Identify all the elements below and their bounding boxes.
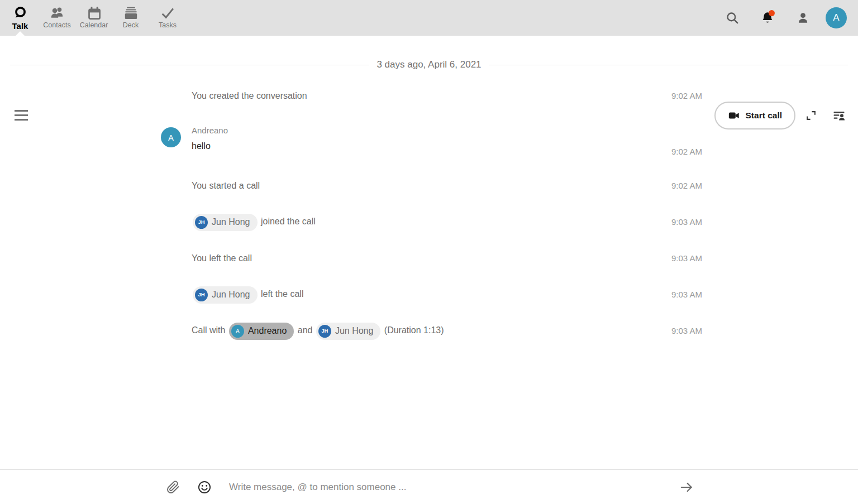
message-timestamp: 9:02 AM [671,181,702,190]
system-message-text: Call with AAndreano and JHJun Hong (Dura… [192,321,444,339]
app-menu: Talk Contacts Cale [0,0,187,36]
active-app-notch [16,31,25,36]
message-timestamp: 9:02 AM [671,147,702,156]
message-timestamp: 9:02 AM [671,91,702,100]
mention-pill[interactable]: JHJun Hong [193,214,258,231]
message-content: JHJun Hong left the call [161,285,303,303]
date-separator: 3 days ago, April 6, 2021 [10,59,848,71]
mention-avatar: JH [195,289,208,301]
talk-app-icon [13,5,27,21]
system-message-row: Call with AAndreano and JHJun Hong (Dura… [0,313,858,349]
separator-line [10,65,369,65]
app-label: Calendar [80,21,108,29]
user-avatar[interactable]: A [826,7,847,28]
nav-app-calendar[interactable]: Calendar [76,0,112,36]
search-icon[interactable] [720,6,745,30]
message-timestamp: 9:03 AM [671,326,702,335]
mention-avatar: A [231,325,244,338]
message-text: hello [192,141,228,151]
system-message-text: You started a call [192,177,260,195]
message-input[interactable] [229,482,674,493]
message-content: You started a call [161,177,260,195]
send-arrow-icon [679,480,694,495]
message-timestamp: 9:03 AM [671,290,702,299]
nav-app-deck[interactable]: Deck [113,0,149,36]
video-camera-icon [728,109,740,122]
nav-app-contacts[interactable]: Contacts [39,0,75,36]
message-content: You created the conversation [161,87,307,105]
conversation-header-actions: Start call [714,102,851,129]
separator-line [489,65,848,65]
app-label: Contacts [43,21,70,29]
fullscreen-icon[interactable] [799,103,823,128]
contacts-menu-icon[interactable] [790,6,815,30]
start-call-label: Start call [746,111,782,121]
calendar-app-icon [87,5,102,21]
message-content: Andreanohello [192,125,228,151]
system-message-text: You created the conversation [192,87,307,105]
start-call-button[interactable]: Start call [714,102,795,129]
attach-file-button[interactable] [161,475,185,500]
message-content: Call with AAndreano and JHJun Hong (Dura… [161,321,444,339]
date-separator-label: 3 days ago, April 6, 2021 [369,59,488,70]
message-content: JHJun Hong joined the call [161,213,316,231]
nav-app-tasks[interactable]: Tasks [150,0,185,36]
app-label: Talk [12,21,28,31]
message-author-avatar[interactable]: A [161,127,181,147]
mention-pill[interactable]: JHJun Hong [193,286,258,304]
app-label: Tasks [159,21,177,29]
app-label: Deck [123,21,139,29]
deck-app-icon [123,5,139,21]
smiley-icon [197,480,212,495]
send-message-button[interactable] [674,475,699,500]
nav-app-talk[interactable]: Talk [2,0,38,36]
message-timestamp: 9:03 AM [671,253,702,263]
navbar-right: A [720,0,858,36]
top-navbar: Talk Contacts Cale [0,0,858,36]
notifications-bell-icon[interactable] [755,6,780,30]
sidebar-toggle-icon[interactable] [827,103,851,128]
message-author-name: Andreano [192,125,228,136]
system-message-text: JHJun Hong joined the call [192,213,316,231]
system-message-text: You left the call [192,249,252,267]
paperclip-icon [166,481,180,494]
mention-avatar: JH [318,325,331,338]
system-message-row: You started a call9:02 AM [0,167,858,204]
message-content: You left the call [161,249,252,267]
system-message-row: JHJun Hong left the call9:03 AM [0,276,858,313]
conversation-main: Start call 3 days ago, April 6, 2021 You… [0,59,858,349]
system-message-row: JHJun Hong joined the call9:03 AM [0,204,858,240]
system-message-text: JHJun Hong left the call [192,285,303,303]
conversation-list-toggle-icon[interactable] [15,110,28,123]
mention-pill[interactable]: AAndreano [229,323,294,340]
mention-pill[interactable]: JHJun Hong [316,323,381,340]
notification-badge [769,10,775,16]
message-timestamp: 9:03 AM [671,217,702,227]
system-message-row: You left the call9:03 AM [0,240,858,276]
mention-avatar: JH [195,216,208,229]
emoji-picker-button[interactable] [192,475,217,500]
tasks-app-icon [160,5,175,21]
message-composer [0,469,858,504]
contacts-app-icon [50,5,65,21]
